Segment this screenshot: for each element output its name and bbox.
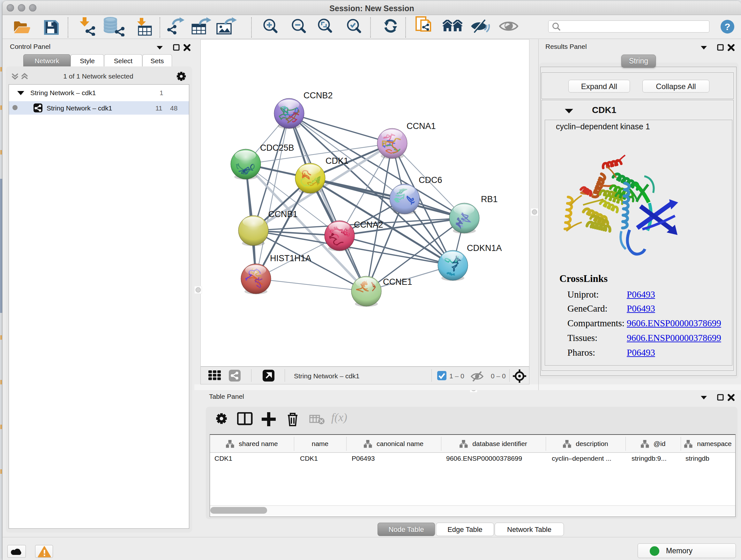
svg-text:CCNA1: CCNA1	[407, 121, 436, 131]
svg-text:CCNB2: CCNB2	[304, 91, 333, 100]
svg-text:CCNA2: CCNA2	[354, 220, 383, 230]
svg-text:CDC25B: CDC25B	[260, 143, 294, 152]
svg-text:CDK1: CDK1	[326, 156, 348, 166]
svg-text:RB1: RB1	[481, 194, 498, 204]
svg-text:CCNB1: CCNB1	[268, 209, 298, 219]
svg-text:CDKN1A: CDKN1A	[467, 243, 502, 253]
svg-text:CCNE1: CCNE1	[383, 277, 412, 287]
svg-text:HIST1H1A: HIST1H1A	[270, 253, 311, 263]
svg-text:CDC6: CDC6	[419, 175, 442, 185]
